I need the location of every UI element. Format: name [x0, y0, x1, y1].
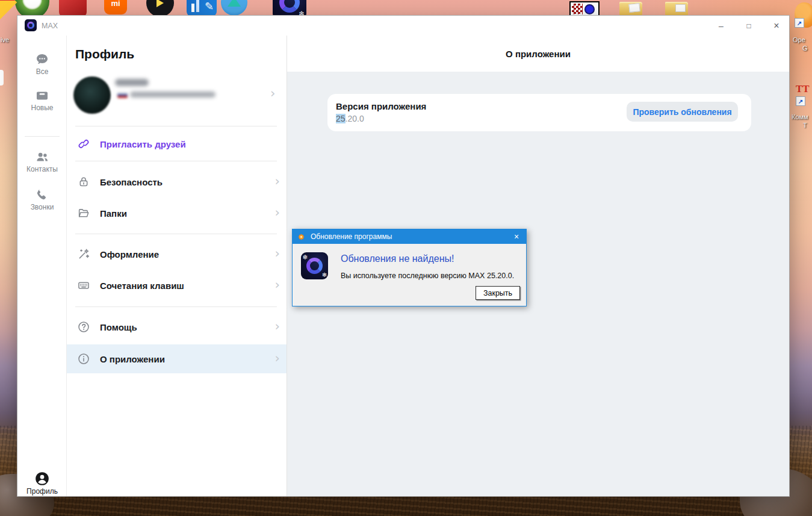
check-updates-button[interactable]: Проверить обновления [627, 102, 738, 122]
desktop-icon-label: G [802, 45, 808, 52]
folder-icon [77, 207, 90, 220]
window-title: MAX [42, 22, 58, 30]
sidebar-divider [75, 234, 277, 234]
sidebar-item-security[interactable]: Безопасность › [67, 167, 287, 196]
play-arrow-icon [157, 0, 164, 7]
blurred-country-flag [117, 92, 128, 98]
chevron-right-icon: › [275, 207, 280, 219]
minimize-icon: – [719, 21, 724, 31]
version-card-title: Версия приложения [336, 101, 426, 111]
sidebar-item-invite-friends[interactable]: Пригласить друзей [67, 129, 287, 158]
chevron-right-icon: › [275, 352, 280, 365]
question-icon [77, 320, 90, 334]
sidebar-title: Профиль [75, 47, 134, 61]
version-rest-text: .20.0 [346, 114, 364, 123]
dialog-titlebar[interactable]: Обновление программы × [293, 229, 526, 244]
lock-icon [77, 175, 90, 188]
rail-item-label: Все [36, 67, 49, 76]
shortcut-arrow-badge: ↗ [795, 18, 804, 28]
dialog-close-icon: × [514, 232, 519, 241]
sidebar-item-appearance[interactable]: Оформление › [67, 240, 287, 269]
close-button[interactable]: × [763, 16, 790, 36]
desktop-icon-label: Комм [792, 113, 808, 120]
sidebar-item-label: Безопасность [100, 177, 163, 187]
sidebar-item-folders[interactable]: Папки › [67, 199, 287, 228]
maximize-icon: □ [746, 22, 751, 30]
shortcut-arrow-icon: ↗ [798, 98, 803, 105]
dialog-title: Обновление программы [311, 232, 392, 241]
phone-icon [35, 188, 49, 202]
sidebar-item-label: Папки [100, 208, 127, 219]
app-version-value[interactable]: 25.20.0 [336, 114, 364, 123]
dialog-close-action-button[interactable]: Закрыть [476, 286, 520, 300]
desktop-icon-folder[interactable] [619, 2, 642, 16]
shortcut-arrow-icon: ↗ [797, 20, 802, 26]
sidebar-item-help[interactable]: Помощь › [67, 312, 287, 341]
sidebar-item-label: Оформление [100, 249, 159, 260]
desktop-icon-blue-editor[interactable]: ✎ [187, 0, 217, 17]
blurred-user-name [115, 79, 149, 86]
chevron-right-icon: › [270, 87, 275, 100]
max-logo-ring [279, 0, 300, 13]
dialog-body-text: Вы используете последнюю версию MAX 25.2… [341, 272, 514, 280]
rail-item-label: Профиль [26, 487, 58, 496]
max-logo-ring [306, 258, 323, 275]
keyboard-icon [77, 279, 90, 292]
link-icon [77, 137, 90, 151]
rail-item-new[interactable]: Новые [17, 89, 67, 112]
navigation-rail: Все Новые Контакты Звонки Профиль [17, 36, 67, 496]
minimize-button[interactable]: – [707, 16, 735, 36]
desktop-icon-folder[interactable] [665, 2, 688, 16]
settings-sidebar: Профиль › Пригласить друзей Безопасность [67, 36, 287, 496]
chevron-right-icon: › [275, 320, 280, 333]
close-icon: × [773, 20, 779, 31]
rail-item-all[interactable]: Все [17, 52, 67, 76]
info-icon [77, 352, 90, 365]
people-icon [35, 150, 49, 164]
desktop-icon-right-2[interactable]: ТТ [796, 83, 810, 95]
content-header: О приложении [287, 36, 789, 72]
blurred-phone-number [130, 92, 215, 98]
sidebar-item-about[interactable]: О приложении › [67, 344, 287, 373]
rail-item-label: Звонки [31, 203, 54, 211]
max-app-icon: ❄ ❄ [301, 252, 328, 279]
chevron-right-icon: › [275, 247, 280, 260]
profile-row[interactable]: › [67, 72, 287, 120]
rail-item-profile[interactable]: Профиль [17, 471, 67, 496]
version-selected-text: 25 [336, 114, 346, 123]
sidebar-divider [75, 161, 277, 161]
sidebar-item-label: Помощь [100, 322, 137, 332]
chevron-right-icon: › [275, 175, 280, 188]
snowflake-icon: ❄ [302, 254, 308, 261]
rail-item-contacts[interactable]: Контакты [17, 150, 67, 173]
partial-desktop-element [0, 70, 4, 85]
dialog-heading: Обновления не найдены! [341, 253, 454, 264]
avatar [73, 76, 111, 114]
desktop-icon-label: Ope [793, 36, 805, 43]
sidebar-item-label: Сочетания клавиш [100, 281, 184, 291]
maximize-button[interactable]: □ [735, 16, 763, 36]
bar-icon [196, 0, 199, 12]
magic-wand-icon [77, 247, 90, 261]
max-logo-ring [27, 22, 34, 29]
content-header-title: О приложении [506, 49, 571, 59]
app-version-card: Версия приложения 25.20.0 Проверить обно… [327, 94, 751, 131]
window-titlebar[interactable]: MAX – □ × [17, 16, 789, 36]
bar-icon [191, 4, 194, 12]
document-in-folder [628, 3, 640, 13]
mi-icon-label: mi [111, 0, 120, 8]
rail-item-calls[interactable]: Звонки [17, 188, 67, 211]
chat-bubble-icon [35, 52, 49, 67]
desktop-screen: PDF mi ✎ ❄ ❄ ive ↗ Ope G ТТ ↗ Комм Т [0, 0, 812, 516]
sidebar-item-shortcuts[interactable]: Сочетания клавиш › [67, 271, 287, 300]
rail-item-label: Новые [31, 104, 53, 112]
person-icon [34, 471, 50, 486]
sidebar-item-label: Пригласить друзей [100, 139, 186, 149]
desktop-icon-mi[interactable]: mi [104, 0, 127, 14]
pdf-icon-label: PDF [65, 0, 81, 2]
snowflake-icon: ❄ [322, 272, 327, 278]
sidebar-divider [75, 306, 277, 307]
chevron-right-icon: › [275, 279, 280, 291]
tt-logo-glyph: ТТ [796, 83, 810, 95]
dialog-close-button[interactable]: × [507, 229, 526, 244]
